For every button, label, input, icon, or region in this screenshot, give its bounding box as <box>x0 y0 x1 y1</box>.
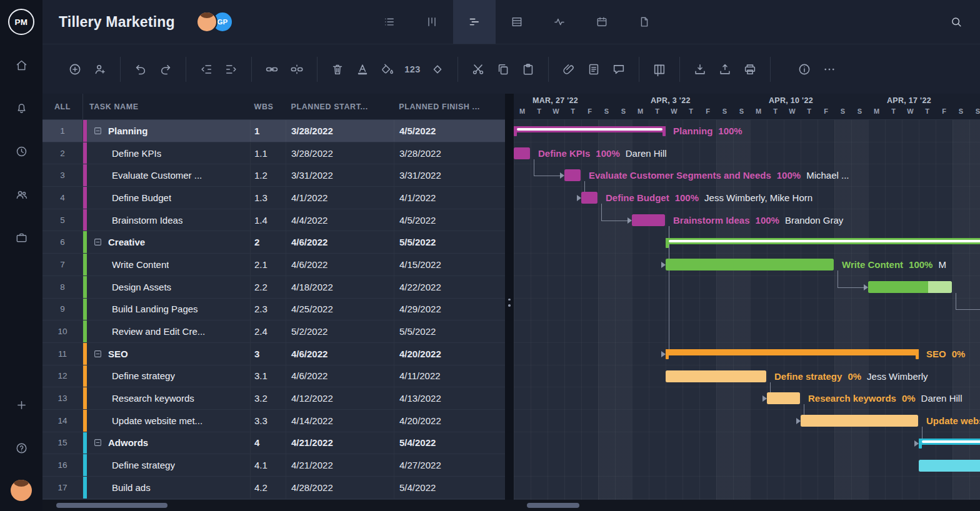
wbs-cell[interactable]: 3.1 <box>251 365 286 387</box>
sidebar-add-button[interactable] <box>0 384 42 427</box>
toolbar-info-button[interactable] <box>792 57 817 82</box>
view-tab-document[interactable] <box>623 0 666 44</box>
gantt-task-bar[interactable] <box>564 169 581 181</box>
toolbar-assign-user-button[interactable] <box>88 57 112 82</box>
planned-start-cell[interactable]: 4/18/2022 <box>286 276 394 298</box>
column-header-planned-finish[interactable]: PLANNED FINISH ... <box>394 102 505 111</box>
wbs-cell[interactable]: 2.2 <box>251 276 286 298</box>
panel-splitter[interactable] <box>505 94 514 511</box>
toolbar-fill-color-button[interactable] <box>375 57 400 82</box>
wbs-cell[interactable]: 3.2 <box>251 387 286 409</box>
wbs-cell[interactable]: 4.1 <box>251 454 286 476</box>
planned-finish-cell[interactable]: 5/4/2022 <box>394 432 505 454</box>
wbs-cell[interactable]: 3 <box>251 343 286 365</box>
planned-finish-cell[interactable]: 4/5/2022 <box>394 209 505 231</box>
toolbar-add-task-button[interactable] <box>62 57 88 82</box>
planned-finish-cell[interactable]: 4/5/2022 <box>394 120 505 142</box>
wbs-cell[interactable]: 4 <box>251 432 286 454</box>
column-header-all[interactable]: ALL <box>42 94 83 119</box>
gantt-h-scrollbar[interactable] <box>527 503 579 508</box>
row-number-cell[interactable]: 4 <box>42 187 83 209</box>
member-avatars[interactable]: GP <box>196 11 233 32</box>
planned-start-cell[interactable]: 4/14/2022 <box>286 410 394 432</box>
sidebar-home-button[interactable] <box>0 44 42 87</box>
wbs-cell[interactable]: 2.4 <box>251 320 286 342</box>
view-tab-list[interactable] <box>368 0 411 44</box>
planned-start-cell[interactable]: 3/28/2022 <box>286 120 394 142</box>
task-name-cell[interactable]: Define strategy <box>83 454 251 476</box>
row-number-cell[interactable]: 2 <box>42 142 83 164</box>
wbs-cell[interactable]: 2.3 <box>251 299 286 320</box>
view-tab-gantt[interactable] <box>453 0 496 44</box>
gantt-summary-bar[interactable] <box>666 349 919 360</box>
row-number-cell[interactable]: 13 <box>42 387 83 409</box>
wbs-cell[interactable]: 1 <box>251 120 286 142</box>
task-name-cell[interactable]: Update website met... <box>83 410 251 432</box>
task-name-cell[interactable]: Write Content <box>83 254 251 275</box>
planned-finish-cell[interactable]: 4/22/2022 <box>394 276 505 298</box>
task-name-cell[interactable]: SEO <box>83 343 251 365</box>
row-number-cell[interactable]: 14 <box>42 410 83 432</box>
planned-finish-cell[interactable]: 4/20/2022 <box>394 343 505 365</box>
table-h-scrollbar[interactable] <box>56 503 168 508</box>
wbs-cell[interactable]: 3.3 <box>251 410 286 432</box>
member-avatar-face[interactable] <box>196 11 218 32</box>
toolbar-copy-button[interactable] <box>491 57 516 82</box>
collapse-icon[interactable] <box>93 349 102 359</box>
planned-start-cell[interactable]: 4/21/2022 <box>286 454 394 476</box>
row-number-cell[interactable]: 1 <box>42 120 83 142</box>
planned-finish-cell[interactable]: 5/5/2022 <box>394 320 505 342</box>
user-avatar[interactable] <box>0 470 42 511</box>
row-number-cell[interactable]: 8 <box>42 276 83 298</box>
planned-start-cell[interactable]: 3/28/2022 <box>286 142 394 164</box>
app-logo[interactable]: PM <box>0 0 42 44</box>
task-name-cell[interactable]: Design Assets <box>83 276 251 298</box>
planned-finish-cell[interactable]: 4/1/2022 <box>394 187 505 209</box>
toolbar-attach-file-button[interactable] <box>556 57 581 82</box>
planned-finish-cell[interactable]: 5/4/2022 <box>394 477 505 499</box>
row-number-cell[interactable]: 7 <box>42 254 83 275</box>
toolbar-milestone-button[interactable] <box>425 57 450 82</box>
toolbar-notes-button[interactable] <box>581 57 606 82</box>
view-tab-kanban[interactable] <box>411 0 453 44</box>
row-number-cell[interactable]: 11 <box>42 343 83 365</box>
toolbar-redo-button[interactable] <box>153 57 178 82</box>
planned-start-cell[interactable]: 4/28/2022 <box>286 477 394 499</box>
toolbar-comment-button[interactable] <box>606 57 631 82</box>
gantt-summary-bar[interactable] <box>514 126 666 137</box>
toolbar-column-settings-button[interactable] <box>647 57 672 82</box>
toolbar-undo-button[interactable] <box>128 57 153 82</box>
gantt-task-bar[interactable] <box>868 281 952 293</box>
collapse-icon[interactable] <box>93 237 102 247</box>
gantt-task-bar[interactable] <box>767 392 800 404</box>
column-header-planned-start[interactable]: PLANNED START... <box>286 102 394 111</box>
toolbar-import-button[interactable] <box>688 57 712 82</box>
task-name-cell[interactable]: Define Budget <box>83 187 251 209</box>
planned-start-cell[interactable]: 4/12/2022 <box>286 387 394 409</box>
planned-start-cell[interactable]: 4/6/2022 <box>286 231 394 253</box>
task-name-cell[interactable]: Brainstorm Ideas <box>83 209 251 231</box>
row-number-cell[interactable]: 5 <box>42 209 83 231</box>
toolbar-font-color-button[interactable] <box>350 57 375 82</box>
sidebar-notifications-button[interactable] <box>0 87 42 130</box>
task-name-cell[interactable]: Review and Edit Cre... <box>83 320 251 342</box>
task-name-cell[interactable]: Define strategy <box>83 365 251 387</box>
gantt-task-bar[interactable] <box>632 214 665 226</box>
wbs-cell[interactable]: 2.1 <box>251 254 286 275</box>
planned-start-cell[interactable]: 4/6/2022 <box>286 343 394 365</box>
row-number-cell[interactable]: 15 <box>42 432 83 454</box>
gantt-summary-bar[interactable] <box>666 237 980 249</box>
toolbar-number-format-button[interactable]: 123 <box>400 57 425 82</box>
planned-start-cell[interactable]: 4/21/2022 <box>286 432 394 454</box>
task-name-cell[interactable]: Adwords <box>83 432 251 454</box>
planned-finish-cell[interactable]: 4/15/2022 <box>394 254 505 275</box>
toolbar-indent-button[interactable] <box>219 57 244 82</box>
wbs-cell[interactable]: 1.1 <box>251 142 286 164</box>
toolbar-export-button[interactable] <box>712 57 738 82</box>
planned-finish-cell[interactable]: 4/29/2022 <box>394 299 505 320</box>
collapse-icon[interactable] <box>93 438 102 447</box>
planned-start-cell[interactable]: 4/25/2022 <box>286 299 394 320</box>
gantt-task-bar[interactable] <box>666 370 766 382</box>
planned-finish-cell[interactable]: 3/31/2022 <box>394 164 505 186</box>
row-number-cell[interactable]: 16 <box>42 454 83 476</box>
